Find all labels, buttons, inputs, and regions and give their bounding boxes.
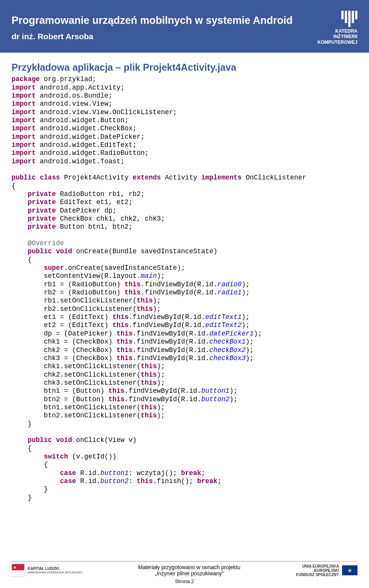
kw-private: private bbox=[28, 223, 56, 231]
cp: ); bbox=[157, 362, 165, 370]
super-name: Activity bbox=[161, 174, 201, 181]
kw-this: this bbox=[113, 321, 129, 329]
footer-center-1: Materiały przygotowano w ramach projektu bbox=[82, 564, 296, 570]
kw-this: this bbox=[108, 395, 125, 403]
kw-import: import bbox=[12, 100, 36, 108]
et2a: et2 = (EditText) bbox=[44, 321, 113, 329]
locl1: rb1.setOnClickListener( bbox=[44, 297, 137, 304]
eu-text-1: UNIA EUROPEJSKA bbox=[296, 564, 339, 568]
kw-private: private bbox=[28, 198, 56, 206]
import-5: android.widget.Button; bbox=[36, 116, 129, 124]
field-2: EditText et1, et2; bbox=[56, 198, 133, 206]
eu-flag-icon: ★ bbox=[342, 565, 357, 575]
et2c: editText2 bbox=[205, 321, 242, 329]
kw-this: this bbox=[116, 346, 133, 354]
eu-text-2: EUROPEJSKI bbox=[296, 568, 339, 573]
kw-this: this bbox=[137, 297, 153, 304]
kapital-text-2: NARODOWA STRATEGIA SPÓJNOŚCI bbox=[28, 571, 82, 574]
chk2c: checkBox2 bbox=[209, 346, 246, 354]
kapital-text-1: KAPITAŁ LUDZKI bbox=[28, 566, 82, 571]
footer-content: ★ KAPITAŁ LUDZKI NARODOWA STRATEGIA SPÓJ… bbox=[12, 564, 357, 577]
scv3: ); bbox=[157, 272, 165, 280]
et1b: .findViewById(R.id. bbox=[129, 313, 206, 321]
kw-case: case bbox=[60, 477, 76, 485]
logo-text-1: KATEDRA bbox=[317, 28, 357, 34]
cp: ); bbox=[242, 321, 250, 329]
kw-switch: switch bbox=[44, 453, 68, 460]
kw-this: this bbox=[141, 379, 157, 387]
header-title: Programowanie urządzeń mobilnych w syste… bbox=[12, 15, 317, 27]
kw-pubvoid: public void bbox=[28, 247, 72, 255]
header-logo: KATEDRA INŻYNIERII KOMPUTEROWEJ bbox=[317, 11, 357, 45]
cp: ); bbox=[153, 297, 161, 304]
logo-bars-icon bbox=[317, 11, 357, 27]
field-5: Button btn1, btn2; bbox=[56, 223, 133, 231]
pkg-name: org.przyklad; bbox=[40, 75, 96, 83]
page-number: Strona 2 bbox=[12, 578, 357, 584]
import-8: android.widget.EditText; bbox=[36, 141, 137, 149]
eu-text-3: FUNDUSZ SPOŁECZNY bbox=[296, 573, 339, 577]
import-7: android.widget.DatePicker; bbox=[36, 133, 145, 141]
logo-text-2: INŻYNIERII bbox=[317, 34, 357, 39]
import-1: android.app.Activity; bbox=[36, 84, 125, 91]
cp: ); bbox=[157, 371, 165, 379]
rb1c: radio0 bbox=[218, 281, 242, 288]
chkl2: chk2.setOnClickListener( bbox=[44, 371, 141, 379]
kw-this: this bbox=[116, 338, 133, 345]
kw-break: break bbox=[197, 477, 218, 485]
kapital-logo-icon: ★ bbox=[12, 564, 25, 577]
import-9: android.widget.RadioButton; bbox=[36, 149, 149, 157]
brace: { bbox=[12, 182, 16, 190]
case1b: button1 bbox=[100, 469, 129, 477]
kw-import: import bbox=[12, 141, 36, 149]
brace: { bbox=[44, 461, 48, 468]
chk1c: checkBox1 bbox=[209, 338, 246, 345]
et1a: et1 = (EditText) bbox=[44, 313, 113, 321]
case2b: button2 bbox=[100, 477, 129, 485]
cp: ); bbox=[254, 330, 262, 337]
kw-this: this bbox=[141, 362, 157, 370]
btnl1: btn1.setOnClickListener( bbox=[44, 404, 141, 411]
cp: ); bbox=[157, 404, 165, 411]
cp: ); bbox=[229, 387, 238, 395]
kw-import: import bbox=[12, 125, 36, 132]
brace: { bbox=[28, 445, 32, 452]
btn1a: btn1 = (Button) bbox=[44, 387, 108, 395]
kw-this: this bbox=[137, 477, 153, 485]
kw-extends: extends bbox=[133, 174, 161, 181]
chk2b: .findViewById(R.id. bbox=[133, 346, 209, 354]
rb2a: rb2 = (RadioButton) bbox=[44, 289, 125, 296]
btn2c: button2 bbox=[201, 395, 230, 403]
kw-this: this bbox=[141, 412, 157, 419]
class-name: Projekt4Activity bbox=[60, 174, 133, 181]
kw-break: break bbox=[181, 469, 201, 477]
kw-this: this bbox=[125, 289, 141, 296]
kw-import: import bbox=[12, 116, 36, 124]
cp: ); bbox=[246, 354, 254, 362]
onclick-sig: onClick(View v) bbox=[72, 436, 137, 444]
rb1b: .findViewById(R.id. bbox=[141, 281, 218, 288]
brace: { bbox=[28, 256, 32, 264]
footer-divider bbox=[12, 561, 357, 561]
kw-import: import bbox=[12, 92, 36, 100]
cp: ); bbox=[229, 395, 238, 403]
import-10: android.widget.Toast; bbox=[36, 158, 125, 165]
semi: ; bbox=[218, 477, 222, 485]
code-block: package org.przyklad; import android.app… bbox=[12, 75, 357, 502]
kw-case: case bbox=[60, 469, 76, 477]
case2a: R.id. bbox=[76, 477, 100, 485]
footer-logo-right: UNIA EUROPEJSKA EUROPEJSKI FUNDUSZ SPOŁE… bbox=[296, 564, 357, 577]
kw-this: this bbox=[113, 313, 129, 321]
scv1: setContentView(R.layout. bbox=[44, 272, 141, 280]
scv-main: main bbox=[141, 272, 157, 280]
et2b: .findViewById(R.id. bbox=[129, 321, 206, 329]
field-3: DatePicker dp; bbox=[56, 207, 117, 214]
iface-name: OnClickListener bbox=[242, 174, 306, 181]
kw-import: import bbox=[12, 149, 36, 157]
dpa: dp = (DatePicker) bbox=[44, 330, 116, 337]
header-band: Programowanie urządzeń mobilnych w syste… bbox=[0, 0, 369, 53]
dpc: datePicker1 bbox=[209, 330, 254, 337]
logo-text-3: KOMPUTEROWEJ bbox=[317, 40, 357, 45]
brace: } bbox=[44, 485, 48, 493]
et1c: editText1 bbox=[205, 313, 242, 321]
